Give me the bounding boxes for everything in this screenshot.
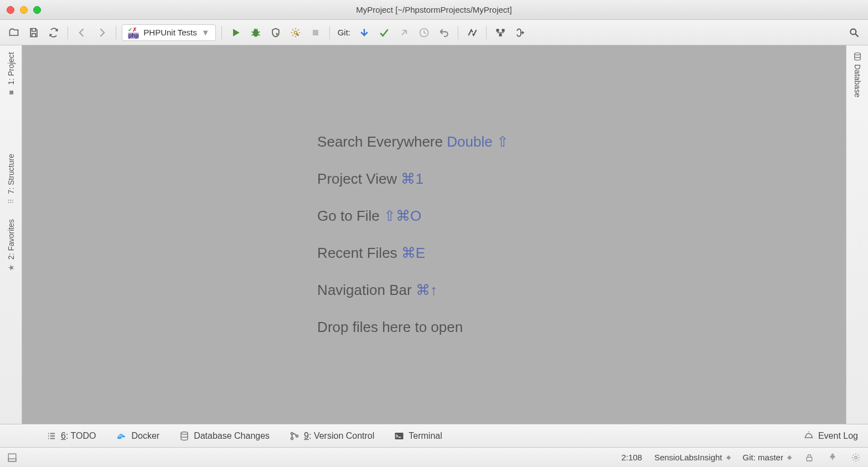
run-configuration-selector[interactable]: ✓✗php PHPUnit Tests ▼ bbox=[122, 24, 216, 41]
vcs-update-button[interactable] bbox=[356, 24, 373, 41]
lock-icon[interactable] bbox=[804, 452, 815, 463]
event-log-icon bbox=[804, 431, 814, 441]
svg-rect-14 bbox=[8, 454, 16, 461]
nav-forward-button[interactable] bbox=[94, 24, 110, 41]
svg-point-7 bbox=[850, 29, 856, 34]
svg-rect-13 bbox=[395, 433, 404, 439]
svg-point-0 bbox=[253, 29, 259, 37]
git-label: Git: bbox=[335, 28, 353, 37]
vcs-commit-button[interactable] bbox=[376, 24, 392, 41]
status-bar: 2:108 SensioLabsInsight ◆ Git: master ◆ bbox=[0, 447, 868, 467]
search-everywhere-button[interactable] bbox=[846, 24, 862, 41]
database-icon bbox=[853, 52, 862, 61]
sync-button[interactable] bbox=[45, 24, 62, 41]
debug-button[interactable] bbox=[247, 24, 264, 41]
svg-point-10 bbox=[291, 432, 293, 434]
bottom-tab-label: 6: TODO bbox=[61, 431, 96, 441]
docker-icon bbox=[116, 431, 127, 441]
inspector-icon[interactable] bbox=[827, 452, 838, 463]
sidebar-tab-structure[interactable]: ⁝⁝ 7: Structure bbox=[0, 147, 22, 212]
settings-button[interactable] bbox=[464, 24, 480, 41]
run-config-label: PHPUnit Tests bbox=[143, 28, 197, 37]
svg-rect-16 bbox=[807, 457, 812, 461]
svg-rect-15 bbox=[8, 459, 16, 461]
phpunit-icon: ✓✗php bbox=[128, 27, 139, 39]
svg-point-9 bbox=[181, 432, 188, 434]
sidebar-tab-database[interactable]: Database bbox=[846, 45, 868, 104]
svg-point-19 bbox=[855, 456, 857, 459]
svg-rect-2 bbox=[313, 30, 318, 35]
svg-rect-5 bbox=[502, 29, 504, 32]
svg-point-8 bbox=[854, 53, 860, 55]
bottom-tab-terminal[interactable]: Terminal bbox=[394, 431, 442, 441]
project-structure-button[interactable] bbox=[492, 24, 509, 41]
bottom-tab-docker[interactable]: Docker bbox=[116, 431, 159, 441]
editor-empty-state: Search Everywhere Double ⇧ Project View … bbox=[22, 45, 846, 424]
vcs-history-button[interactable] bbox=[416, 24, 432, 41]
terminal-icon bbox=[394, 431, 404, 441]
title-bar: MyProject [~/PhpstormProjects/MyProject] bbox=[0, 0, 868, 20]
tip-go-to-file: Go to File ⇧⌘O bbox=[317, 207, 421, 225]
vcs-icon bbox=[290, 431, 299, 441]
run-coverage-button[interactable] bbox=[267, 24, 284, 41]
bottom-tab-label: Docker bbox=[131, 431, 159, 441]
vcs-revert-button[interactable] bbox=[436, 24, 452, 41]
vcs-push-button[interactable] bbox=[396, 24, 412, 41]
chevron-down-icon: ▼ bbox=[202, 28, 210, 37]
sdk-button[interactable] bbox=[512, 24, 529, 41]
svg-rect-4 bbox=[496, 29, 499, 32]
profiler-button[interactable] bbox=[287, 24, 304, 41]
tip-drop-files: Drop files here to open bbox=[317, 319, 463, 336]
bottom-tab-label: 9: Version Control bbox=[304, 431, 374, 441]
left-tool-bar: ■ 1: Project ⁝⁝ 7: Structure ★ 2: Favori… bbox=[0, 45, 22, 424]
tip-navigation-bar: Navigation Bar ⌘↑ bbox=[317, 282, 437, 299]
sidebar-tab-project[interactable]: ■ 1: Project bbox=[0, 45, 22, 103]
nav-back-button[interactable] bbox=[74, 24, 90, 41]
svg-point-17 bbox=[831, 456, 833, 457]
sidebar-tab-label: 7: Structure bbox=[7, 154, 16, 194]
memory-indicator-icon[interactable] bbox=[850, 452, 861, 463]
folder-icon: ■ bbox=[7, 90, 16, 95]
main-toolbar: ✓✗php PHPUnit Tests ▼ Git: bbox=[0, 20, 868, 45]
sidebar-tab-label: 1: Project bbox=[7, 52, 16, 85]
database-icon bbox=[179, 431, 189, 441]
open-file-button[interactable] bbox=[6, 24, 22, 41]
bottom-tab-version-control[interactable]: 9: Version Control bbox=[290, 431, 374, 441]
bottom-tab-event-log[interactable]: Event Log bbox=[804, 431, 858, 441]
right-tool-bar: Database bbox=[846, 45, 868, 424]
todo-list-icon bbox=[46, 431, 56, 441]
star-icon: ★ bbox=[7, 264, 16, 271]
tip-project-view: Project View ⌘1 bbox=[317, 170, 423, 188]
sensiolabs-insight-widget[interactable]: SensioLabsInsight ◆ bbox=[654, 453, 731, 462]
sidebar-tab-label: Database bbox=[853, 64, 862, 97]
bottom-tab-label: Terminal bbox=[409, 431, 442, 441]
window-maximize-button[interactable] bbox=[33, 6, 41, 14]
tip-search-everywhere: Search Everywhere Double ⇧ bbox=[317, 133, 509, 151]
git-branch-widget[interactable]: Git: master ◆ bbox=[743, 453, 792, 462]
save-all-button[interactable] bbox=[25, 24, 42, 41]
cursor-position[interactable]: 2:108 bbox=[621, 453, 642, 462]
sidebar-tab-label: 2: Favorites bbox=[7, 219, 16, 260]
window-title: MyProject [~/PhpstormProjects/MyProject] bbox=[356, 5, 512, 14]
tip-recent-files: Recent Files ⌘E bbox=[317, 245, 425, 262]
bottom-tool-bar: 6: TODO Docker Database Changes 9: Versi… bbox=[0, 424, 868, 447]
sidebar-tab-favorites[interactable]: ★ 2: Favorites bbox=[0, 212, 22, 278]
tool-window-quick-access-icon[interactable] bbox=[7, 452, 18, 463]
bottom-tab-label: Event Log bbox=[818, 431, 858, 441]
bottom-tab-database-changes[interactable]: Database Changes bbox=[179, 431, 270, 441]
bottom-tab-todo[interactable]: 6: TODO bbox=[46, 431, 96, 441]
svg-rect-6 bbox=[499, 33, 502, 36]
window-close-button[interactable] bbox=[7, 6, 14, 14]
structure-icon: ⁝⁝ bbox=[7, 199, 16, 204]
svg-point-11 bbox=[291, 437, 293, 439]
window-minimize-button[interactable] bbox=[20, 6, 28, 14]
stop-button[interactable] bbox=[307, 24, 324, 41]
bottom-tab-label: Database Changes bbox=[194, 431, 270, 441]
svg-point-18 bbox=[833, 456, 834, 457]
run-button[interactable] bbox=[228, 24, 244, 41]
